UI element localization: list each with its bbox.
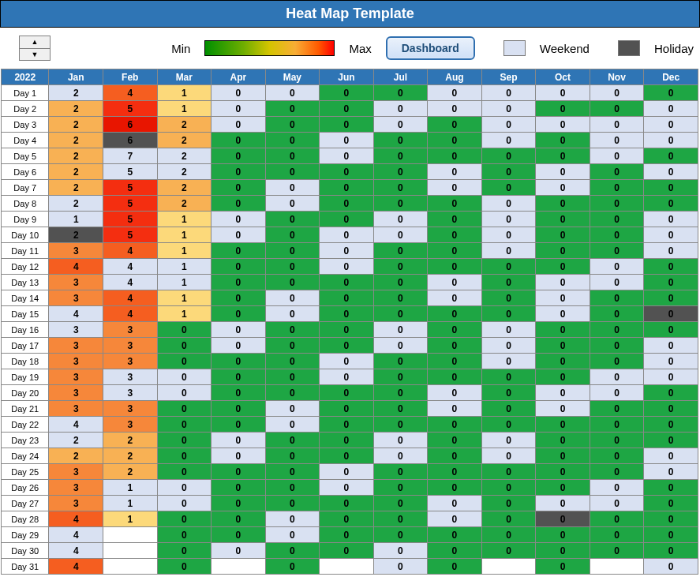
heatmap-cell[interactable]: 0 [590, 196, 644, 212]
heatmap-cell[interactable]: 0 [536, 480, 590, 496]
heatmap-cell[interactable]: 0 [320, 417, 374, 433]
heatmap-cell[interactable]: 0 [320, 101, 374, 117]
heatmap-cell[interactable]: 2 [49, 433, 103, 448]
heatmap-cell[interactable]: 0 [481, 101, 536, 117]
heatmap-cell[interactable]: 0 [157, 433, 211, 448]
heatmap-cell[interactable]: 2 [49, 85, 103, 101]
heatmap-cell[interactable]: 0 [211, 369, 266, 385]
heatmap-cell[interactable]: 0 [536, 243, 590, 259]
heatmap-cell[interactable]: 0 [320, 164, 374, 180]
heatmap-cell[interactable]: 0 [536, 417, 590, 433]
heatmap-cell[interactable]: 0 [373, 212, 428, 227]
heatmap-cell[interactable]: 4 [103, 306, 158, 322]
heatmap-cell[interactable]: 0 [373, 117, 428, 133]
heatmap-cell[interactable]: 0 [373, 354, 428, 369]
heatmap-cell[interactable]: 0 [320, 527, 374, 543]
heatmap-cell[interactable]: 1 [157, 243, 211, 259]
heatmap-cell[interactable]: 0 [265, 196, 320, 212]
heatmap-cell[interactable]: 0 [536, 527, 590, 543]
heatmap-cell[interactable]: 2 [49, 196, 103, 212]
heatmap-cell[interactable]: 0 [157, 448, 211, 464]
heatmap-cell[interactable]: 0 [373, 243, 428, 259]
heatmap-cell[interactable]: 4 [103, 275, 158, 290]
heatmap-cell[interactable]: 0 [590, 464, 644, 480]
heatmap-cell[interactable]: 0 [644, 322, 698, 338]
heatmap-cell[interactable]: 0 [373, 306, 428, 322]
heatmap-cell[interactable]: 0 [481, 369, 536, 385]
heatmap-cell[interactable]: 0 [320, 196, 374, 212]
heatmap-cell[interactable]: 0 [428, 196, 482, 212]
heatmap-cell[interactable]: 0 [481, 164, 536, 180]
heatmap-cell[interactable]: 0 [428, 559, 482, 575]
heatmap-cell[interactable]: 0 [320, 496, 374, 511]
heatmap-cell[interactable]: 3 [49, 243, 103, 259]
heatmap-cell[interactable]: 0 [320, 448, 374, 464]
heatmap-cell[interactable]: 0 [536, 85, 590, 101]
heatmap-cell[interactable]: 0 [211, 243, 266, 259]
heatmap-cell[interactable]: 0 [211, 212, 266, 227]
heatmap-cell[interactable]: 0 [428, 164, 482, 180]
heatmap-cell[interactable]: 0 [536, 354, 590, 369]
heatmap-cell[interactable]: 0 [644, 464, 698, 480]
heatmap-cell[interactable]: 0 [373, 322, 428, 338]
heatmap-cell[interactable]: 0 [481, 290, 536, 306]
heatmap-cell[interactable]: 4 [49, 559, 103, 575]
heatmap-cell[interactable]: 0 [428, 212, 482, 227]
heatmap-cell[interactable]: 0 [157, 354, 211, 369]
heatmap-cell[interactable]: 3 [103, 385, 158, 401]
heatmap-cell[interactable]: 1 [157, 227, 211, 243]
heatmap-cell[interactable]: 0 [590, 511, 644, 527]
heatmap-cell[interactable]: 0 [428, 133, 482, 148]
heatmap-cell[interactable]: 4 [49, 527, 103, 543]
heatmap-cell[interactable]: 2 [157, 196, 211, 212]
heatmap-cell[interactable]: 0 [211, 417, 266, 433]
heatmap-cell[interactable]: 3 [49, 369, 103, 385]
heatmap-cell[interactable]: 0 [373, 480, 428, 496]
heatmap-cell[interactable]: 0 [320, 322, 374, 338]
heatmap-cell[interactable]: 4 [49, 259, 103, 275]
heatmap-cell[interactable]: 0 [536, 543, 590, 559]
heatmap-cell[interactable]: 0 [644, 385, 698, 401]
heatmap-cell[interactable]: 0 [428, 338, 482, 354]
heatmap-cell[interactable]: 0 [373, 164, 428, 180]
heatmap-cell[interactable]: 6 [103, 133, 158, 148]
heatmap-cell[interactable]: 1 [157, 259, 211, 275]
heatmap-cell[interactable]: 0 [644, 243, 698, 259]
heatmap-cell[interactable]: 0 [590, 243, 644, 259]
heatmap-cell[interactable]: 0 [481, 385, 536, 401]
heatmap-cell[interactable]: 0 [481, 511, 536, 527]
heatmap-cell[interactable]: 1 [157, 85, 211, 101]
heatmap-cell[interactable]: 0 [590, 85, 644, 101]
spinner-up-icon[interactable]: ▲ [20, 36, 50, 49]
heatmap-cell[interactable]: 0 [536, 180, 590, 196]
heatmap-cell[interactable]: 0 [265, 243, 320, 259]
heatmap-cell[interactable]: 0 [481, 85, 536, 101]
heatmap-cell[interactable]: 0 [373, 385, 428, 401]
heatmap-cell[interactable]: 0 [373, 275, 428, 290]
heatmap-cell[interactable]: 1 [157, 306, 211, 322]
heatmap-cell[interactable] [103, 559, 158, 575]
heatmap-cell[interactable]: 0 [481, 354, 536, 369]
heatmap-cell[interactable]: 5 [103, 164, 158, 180]
heatmap-cell[interactable]: 0 [320, 543, 374, 559]
heatmap-cell[interactable]: 0 [265, 433, 320, 448]
heatmap-cell[interactable]: 6 [103, 117, 158, 133]
heatmap-cell[interactable]: 0 [211, 480, 266, 496]
heatmap-cell[interactable]: 0 [428, 369, 482, 385]
heatmap-cell[interactable]: 1 [157, 212, 211, 227]
heatmap-cell[interactable]: 0 [320, 480, 374, 496]
heatmap-cell[interactable]: 2 [49, 164, 103, 180]
heatmap-cell[interactable]: 0 [428, 117, 482, 133]
heatmap-cell[interactable]: 3 [49, 464, 103, 480]
heatmap-cell[interactable]: 2 [49, 117, 103, 133]
heatmap-cell[interactable]: 0 [320, 148, 374, 164]
heatmap-cell[interactable]: 0 [536, 401, 590, 417]
heatmap-cell[interactable]: 7 [103, 148, 158, 164]
heatmap-cell[interactable]: 0 [590, 259, 644, 275]
heatmap-cell[interactable]: 0 [211, 164, 266, 180]
heatmap-cell[interactable]: 0 [373, 464, 428, 480]
heatmap-cell[interactable]: 0 [481, 338, 536, 354]
heatmap-cell[interactable]: 0 [536, 101, 590, 117]
heatmap-cell[interactable]: 0 [157, 369, 211, 385]
heatmap-cell[interactable]: 0 [644, 354, 698, 369]
